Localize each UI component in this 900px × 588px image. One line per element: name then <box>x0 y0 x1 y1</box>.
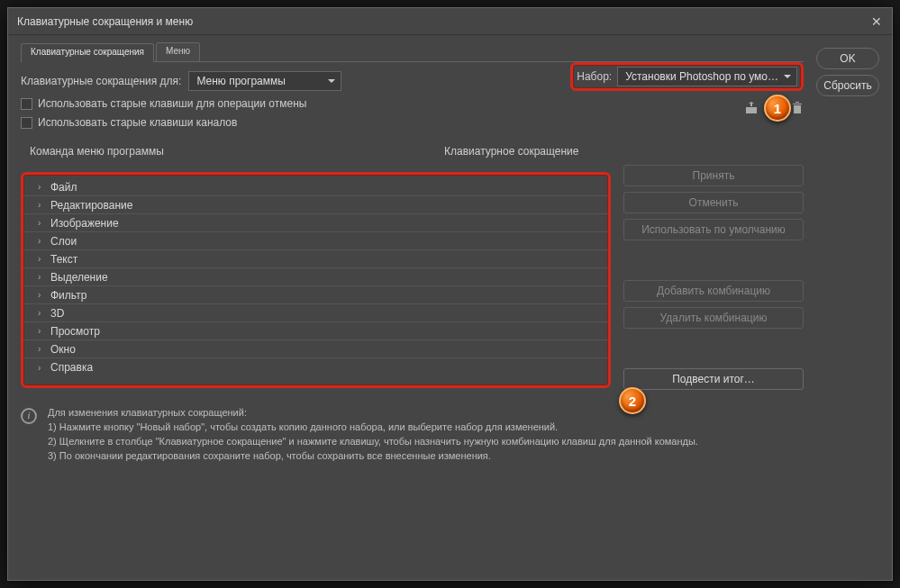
chevron-right-icon: › <box>38 254 45 264</box>
info-line-3: 3) По окончании редактирования сохраните… <box>48 449 698 464</box>
tree-item-edit[interactable]: ›Редактирование <box>23 196 608 214</box>
legacy-undo-checkbox[interactable] <box>21 98 32 110</box>
info-icon: i <box>21 408 37 424</box>
tree-item-image[interactable]: ›Изображение <box>23 214 608 232</box>
chevron-right-icon: › <box>38 182 45 192</box>
tree-item-help[interactable]: ›Справка <box>23 358 608 376</box>
tree-item-view[interactable]: ›Просмотр <box>23 322 608 340</box>
close-icon[interactable]: ✕ <box>868 14 885 30</box>
info-line-2: 2) Щелкните в столбце "Клавиатурное сокр… <box>48 435 698 449</box>
delete-set-icon[interactable] <box>791 102 804 117</box>
column-command: Команда меню программы <box>21 145 444 158</box>
set-label: Набор: <box>577 70 612 83</box>
add-shortcut-button[interactable]: Добавить комбинацию <box>623 280 804 302</box>
chevron-right-icon: › <box>38 326 45 336</box>
ok-button[interactable]: OK <box>816 48 879 69</box>
keyboard-shortcuts-dialog: Клавиатурные сокращения и меню ✕ Клавиат… <box>7 7 893 581</box>
tree-item-text[interactable]: ›Текст <box>23 250 608 268</box>
info-line-1: 1) Нажмите кнопку "Новый набор", чтобы с… <box>48 421 698 435</box>
titlebar: Клавиатурные сокращения и меню ✕ <box>8 8 892 35</box>
set-select[interactable]: Установки Photoshop по умо… <box>617 67 797 86</box>
right-column: OK Сбросить <box>816 42 879 567</box>
summarize-button[interactable]: Подвести итог… <box>623 368 804 390</box>
chevron-right-icon: › <box>38 272 45 282</box>
chevron-right-icon: › <box>38 363 45 373</box>
left-column: Клавиатурные сокращения Меню Клавиатурны… <box>21 42 804 567</box>
info-heading: Для изменения клавиатурных сокращений: <box>48 406 698 421</box>
annotation-badge-2: 2 <box>619 387 646 414</box>
undo-button[interactable]: Отменить <box>623 192 804 213</box>
chevron-right-icon: › <box>38 236 45 246</box>
command-list-highlight: ›Файл ›Редактирование ›Изображение ›Слои… <box>21 172 611 388</box>
chevron-right-icon: › <box>38 344 45 354</box>
annotation-badge-1: 1 <box>764 95 791 122</box>
set-highlight: Набор: Установки Photoshop по умо… <box>570 62 804 91</box>
tree-item-filter[interactable]: ›Фильтр <box>23 286 608 304</box>
column-shortcut: Клавиатурное сокращение <box>444 145 804 158</box>
shortcuts-for-label: Клавиатурные сокращения для: <box>21 75 181 87</box>
legacy-channel-checkbox[interactable] <box>21 117 32 129</box>
chevron-right-icon: › <box>38 200 45 210</box>
tab-shortcuts[interactable]: Клавиатурные сокращения <box>21 43 154 62</box>
info-panel: i Для изменения клавиатурных сокращений:… <box>21 406 804 464</box>
chevron-right-icon: › <box>38 290 45 300</box>
tab-bar: Клавиатурные сокращения Меню <box>21 42 804 62</box>
legacy-undo-label: Использовать старые клавиши для операции… <box>38 97 306 110</box>
use-default-button[interactable]: Использовать по умолчанию <box>623 219 804 240</box>
list-headers: Команда меню программы Клавиатурное сокр… <box>21 145 804 158</box>
save-set-icon[interactable] <box>744 102 759 117</box>
command-tree: ›Файл ›Редактирование ›Изображение ›Слои… <box>23 178 608 376</box>
tab-menus[interactable]: Меню <box>156 42 200 61</box>
chevron-right-icon: › <box>38 218 45 228</box>
dialog-body: Клавиатурные сокращения Меню Клавиатурны… <box>8 35 892 580</box>
chevron-right-icon: › <box>38 308 45 318</box>
tree-item-layers[interactable]: ›Слои <box>23 232 608 250</box>
tree-item-select[interactable]: ›Выделение <box>23 268 608 286</box>
top-controls: Клавиатурные сокращения для: Меню програ… <box>21 62 804 129</box>
reset-button[interactable]: Сбросить <box>816 75 879 96</box>
tree-item-window[interactable]: ›Окно <box>23 340 608 358</box>
tree-item-file[interactable]: ›Файл <box>23 178 608 196</box>
shortcuts-for-select[interactable]: Меню программы <box>188 71 341 91</box>
dialog-title: Клавиатурные сокращения и меню <box>17 15 193 28</box>
tree-item-3d[interactable]: ›3D <box>23 304 608 322</box>
legacy-channel-label: Использовать старые клавиши каналов <box>38 116 237 129</box>
accept-button[interactable]: Принять <box>623 165 804 186</box>
delete-shortcut-button[interactable]: Удалить комбинацию <box>623 307 804 329</box>
action-buttons: Принять Отменить Использовать по умолчан… <box>623 165 804 390</box>
